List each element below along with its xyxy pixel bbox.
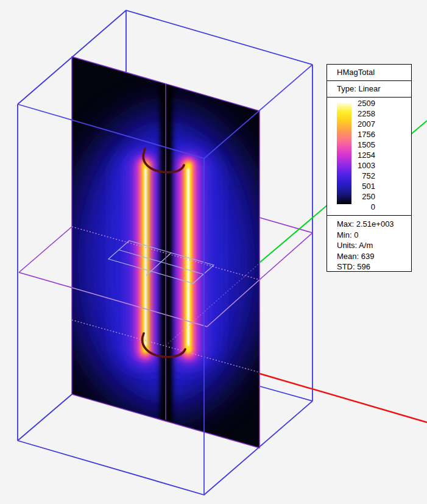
colorbar-tick-label: 0 (351, 202, 375, 212)
legend-stat-max: Max: 2.51e+003 (337, 219, 411, 230)
legend-stat-min: Min: 0 (337, 230, 411, 241)
hfss-field-plot-viewport[interactable]: HMagTotal Type: Linear 2509 2258 2007 17… (0, 0, 427, 504)
colorbar-tick-label: 250 (351, 191, 375, 202)
colorbar-tick-label: 2258 (351, 108, 375, 119)
legend-stat-units: Units: A/m (337, 240, 411, 251)
legend-stat-std: STD: 596 (337, 261, 411, 272)
colorbar-tick-label: 1756 (351, 129, 375, 140)
legend-title: HMagTotal (327, 65, 411, 81)
colorbar-tick-labels: 2509 2258 2007 1756 1505 1254 1003 752 5… (351, 98, 375, 212)
colorbar-tick-label: 501 (351, 181, 375, 191)
legend-stat-mean: Mean: 639 (337, 251, 411, 262)
colorbar-tick-label: 1003 (351, 160, 375, 171)
legend-scale-type: Type: Linear (327, 81, 411, 98)
colorbar-tick-label: 1254 (351, 150, 375, 160)
legend-stats: Max: 2.51e+003 Min: 0 Units: A/m Mean: 6… (327, 216, 411, 272)
colorbar-gradient (337, 103, 351, 204)
field-legend: HMagTotal Type: Linear 2509 2258 2007 17… (326, 64, 412, 272)
colorbar-tick-label: 752 (351, 171, 375, 181)
colorbar-tick-label: 2509 (351, 98, 375, 108)
field-plane-heatmap (66, 52, 267, 454)
legend-colorbar-section: 2509 2258 2007 1756 1505 1254 1003 752 5… (327, 98, 411, 216)
colorbar-tick-label: 1505 (351, 140, 375, 150)
colorbar-tick-label: 2007 (351, 119, 375, 129)
